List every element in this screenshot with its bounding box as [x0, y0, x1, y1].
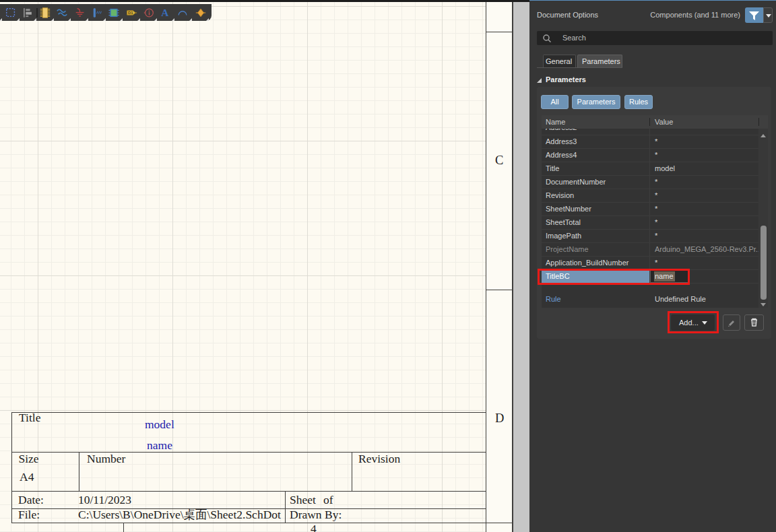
svg-text:D1: D1: [128, 11, 133, 15]
svg-text:A: A: [161, 7, 168, 18]
